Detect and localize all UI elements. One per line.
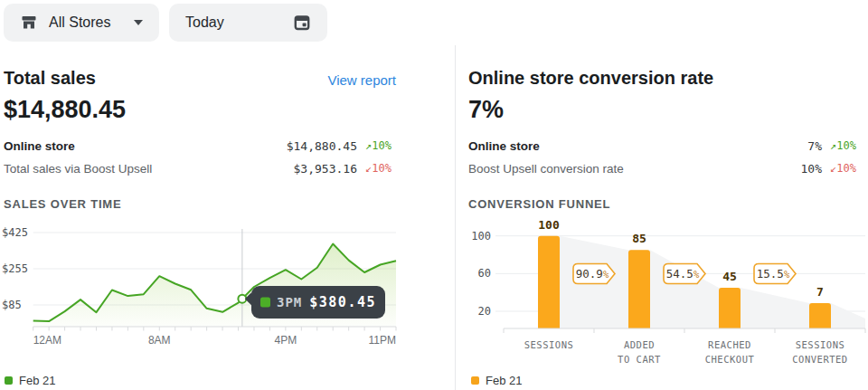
funnel-bar (628, 250, 650, 328)
trend-up-indicator: ↗10% (365, 139, 396, 152)
category-label: TO CART (618, 354, 661, 365)
chevron-down-icon (134, 20, 143, 25)
legend-swatch-green (5, 376, 13, 385)
metric-value: 7% (807, 139, 822, 153)
y-axis-label: $85 (2, 299, 22, 311)
metric-row-boost-upsell-conversion: Boost Upsell conversion rate 10% ↙10% (468, 158, 861, 178)
panel-divider (455, 45, 456, 390)
legend-swatch-orange (471, 376, 479, 385)
conversion-funnel-section-title: CONVERSION FUNNEL (468, 197, 610, 211)
legend-label: Feb 21 (486, 374, 522, 387)
category-label: ADDED (624, 339, 655, 350)
date-selector-button[interactable]: Today (169, 4, 327, 42)
category-label: SESSIONS (796, 339, 845, 350)
y-axis-label: $425 (2, 226, 28, 239)
storefront-icon (20, 14, 38, 32)
trend-delta: 10% (372, 162, 392, 175)
category-label: CHECKOUT (705, 354, 755, 365)
trend-delta: 10% (372, 139, 392, 152)
y-axis-label: 20 (478, 305, 491, 318)
funnel-bar (719, 288, 741, 328)
conversion-big-value: 7% (468, 96, 504, 124)
metric-row-online-store-conversion: Online store 7% ↗10% (468, 136, 861, 156)
store-selector-button[interactable]: All Stores (4, 4, 159, 42)
metric-value: $14,880.45 (287, 139, 357, 153)
funnel-bar (809, 303, 831, 328)
total-sales-big-value: $14,880.45 (4, 96, 126, 124)
date-selector-label: Today (185, 14, 224, 31)
drop-rate-value: 90.9% (576, 267, 609, 281)
x-axis-label: 8AM (148, 334, 171, 347)
drop-rate-value: 54.5% (666, 267, 700, 281)
tooltip-time: 3PM (277, 295, 302, 309)
metric-row-online-store-sales: Online store $14,880.45 ↗10% (4, 136, 396, 156)
trend-delta: 10% (836, 139, 856, 152)
trend-delta: 10% (836, 162, 856, 175)
sales-over-time-section-title: SALES OVER TIME (4, 197, 121, 211)
calendar-icon (293, 14, 311, 32)
y-axis-label: 60 (478, 267, 491, 280)
funnel-bar (538, 236, 560, 328)
tooltip-series-swatch (260, 298, 270, 308)
bar-value-label: 7 (816, 285, 824, 299)
metric-row-boost-upsell-sales: Total sales via Boost Upsell $3,953.16 ↙… (4, 158, 396, 178)
tooltip-value: $380.45 (309, 294, 376, 310)
y-axis-label: 100 (471, 230, 491, 243)
category-label: REACHED (708, 339, 751, 350)
category-label: SESSIONS (524, 339, 574, 350)
view-report-link[interactable]: View report (4, 72, 396, 88)
y-axis-label: $255 (2, 262, 28, 275)
funnel-legend: Feb 21 (471, 374, 522, 387)
metric-label: Total sales via Boost Upsell (4, 162, 294, 176)
store-selector-label: All Stores (49, 14, 110, 31)
metric-value: $3,953.16 (294, 162, 357, 176)
trend-up-indicator: ↗10% (830, 139, 861, 152)
bar-value-label: 45 (722, 270, 737, 283)
drop-rate-value: 15.5% (757, 267, 790, 281)
conversion-rate-title: Online store conversion rate (468, 68, 713, 89)
x-axis-label: 12AM (33, 334, 61, 347)
metric-label: Boost Upsell conversion rate (468, 162, 801, 176)
trend-down-indicator: ↙10% (365, 162, 396, 175)
sales-over-time-chart: $425$255$8512AM8AM4PM11PM3PM$380.45 (0, 222, 402, 357)
category-label: CONVERTED (792, 354, 847, 365)
metric-label: Online store (468, 139, 807, 153)
legend-label: Feb 21 (19, 374, 55, 387)
metric-label: Online store (4, 139, 287, 153)
conversion-funnel-chart: 1006020100SESSIONS85ADDEDTO CART45REACHE… (461, 217, 868, 369)
x-axis-label: 4PM (275, 334, 297, 347)
bar-value-label: 85 (632, 232, 646, 245)
trend-down-indicator: ↙10% (830, 162, 861, 175)
sales-legend: Feb 21 (5, 374, 55, 387)
bar-value-label: 100 (538, 218, 560, 232)
metric-value: 10% (801, 162, 822, 176)
x-axis-label: 11PM (369, 334, 396, 347)
